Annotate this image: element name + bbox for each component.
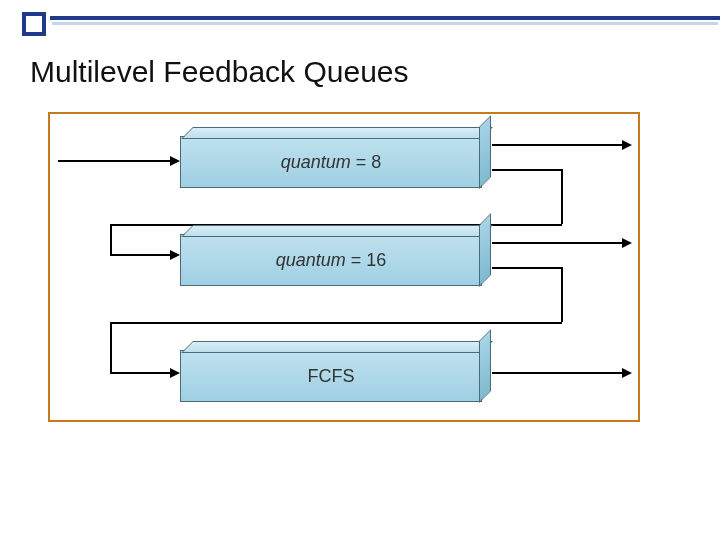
arrow-out-q3-head — [622, 368, 632, 378]
arrow-out-q1-head — [622, 140, 632, 150]
arrow-demote-2-h1 — [492, 267, 562, 269]
queue-label-2-prefix: quantum — [276, 250, 346, 270]
queue-label-3: FCFS — [308, 366, 355, 387]
arrow-out-q2 — [492, 242, 622, 244]
queue-box-2-side — [479, 213, 491, 287]
arrow-demote-2-h2 — [110, 322, 562, 324]
queue-label-1: quantum = 8 — [281, 152, 382, 173]
arrow-demote-1-v2 — [110, 224, 112, 254]
queue-box-1-top — [181, 127, 493, 139]
queue-box-2: quantum = 16 — [180, 234, 482, 286]
queue-label-2: quantum = 16 — [276, 250, 387, 271]
arrow-out-q3 — [492, 372, 622, 374]
arrow-demote-1-h3 — [110, 254, 170, 256]
arrow-demote-2-v — [561, 267, 563, 322]
queue-label-2-value: = 16 — [351, 250, 387, 270]
slide-title: Multilevel Feedback Queues — [30, 55, 409, 89]
arrow-in-q1 — [58, 160, 170, 162]
arrow-demote-1-v — [561, 169, 563, 224]
queue-box-3: FCFS — [180, 350, 482, 402]
arrow-demote-2-v2 — [110, 322, 112, 372]
header-rule-dark — [50, 16, 720, 20]
queue-box-1-side — [479, 115, 491, 189]
queue-box-3-side — [479, 329, 491, 403]
arrow-out-q2-head — [622, 238, 632, 248]
arrow-demote-2-head — [170, 368, 180, 378]
queue-box-1: quantum = 8 — [180, 136, 482, 188]
arrow-in-q1-head — [170, 156, 180, 166]
queue-box-2-top — [181, 225, 493, 237]
queue-label-1-prefix: quantum — [281, 152, 351, 172]
arrow-out-q1 — [492, 144, 622, 146]
queue-label-3-prefix: FCFS — [308, 366, 355, 386]
queue-box-3-top — [181, 341, 493, 353]
arrow-demote-1-head — [170, 250, 180, 260]
arrow-demote-2-h3 — [110, 372, 170, 374]
queue-label-1-value: = 8 — [356, 152, 382, 172]
header-rule-light — [52, 22, 718, 25]
bullet-square-icon — [22, 12, 46, 36]
arrow-demote-1-h1 — [492, 169, 562, 171]
diagram-frame: quantum = 8 quantum = 16 — [48, 112, 640, 422]
slide: Multilevel Feedback Queues quantum = 8 — [0, 0, 720, 540]
